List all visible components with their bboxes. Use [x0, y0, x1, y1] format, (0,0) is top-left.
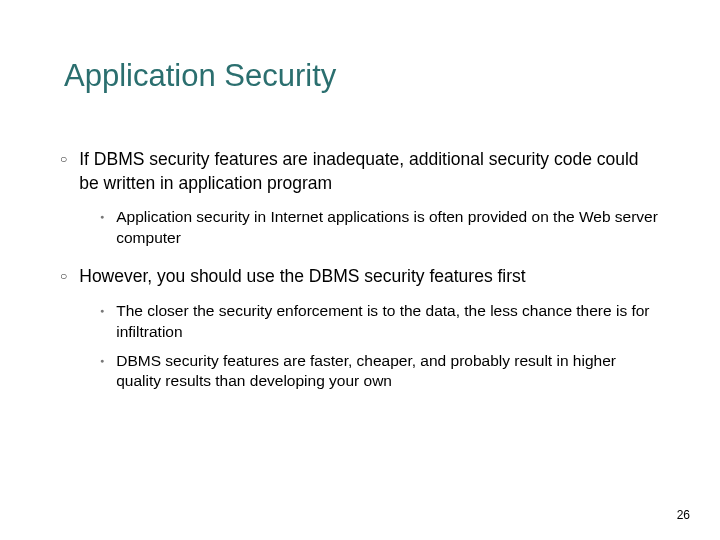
page-number: 26	[677, 508, 690, 522]
list-item-text: However, you should use the DBMS securit…	[79, 265, 525, 289]
sub-list-item: ● DBMS security features are faster, che…	[100, 351, 660, 393]
sub-list-item-text: Application security in Internet applica…	[116, 207, 660, 249]
list-item: ○ However, you should use the DBMS secur…	[60, 265, 660, 289]
sub-list-item: ● The closer the security enforcement is…	[100, 301, 660, 343]
slide-title: Application Security	[60, 0, 660, 94]
sub-list: ● Application security in Internet appli…	[60, 207, 660, 249]
list-item: ○ If DBMS security features are inadequa…	[60, 148, 660, 195]
slide-content: ○ If DBMS security features are inadequa…	[60, 94, 660, 392]
list-item-text: If DBMS security features are inadequate…	[79, 148, 660, 195]
sub-list-item-text: DBMS security features are faster, cheap…	[116, 351, 660, 393]
sub-list-item-text: The closer the security enforcement is t…	[116, 301, 660, 343]
circle-bullet-icon: ○	[60, 269, 67, 283]
sub-list-item: ● Application security in Internet appli…	[100, 207, 660, 249]
sub-list: ● The closer the security enforcement is…	[60, 301, 660, 393]
dot-bullet-icon: ●	[100, 307, 104, 314]
dot-bullet-icon: ●	[100, 213, 104, 220]
circle-bullet-icon: ○	[60, 152, 67, 166]
dot-bullet-icon: ●	[100, 357, 104, 364]
slide: Application Security ○ If DBMS security …	[0, 0, 720, 540]
